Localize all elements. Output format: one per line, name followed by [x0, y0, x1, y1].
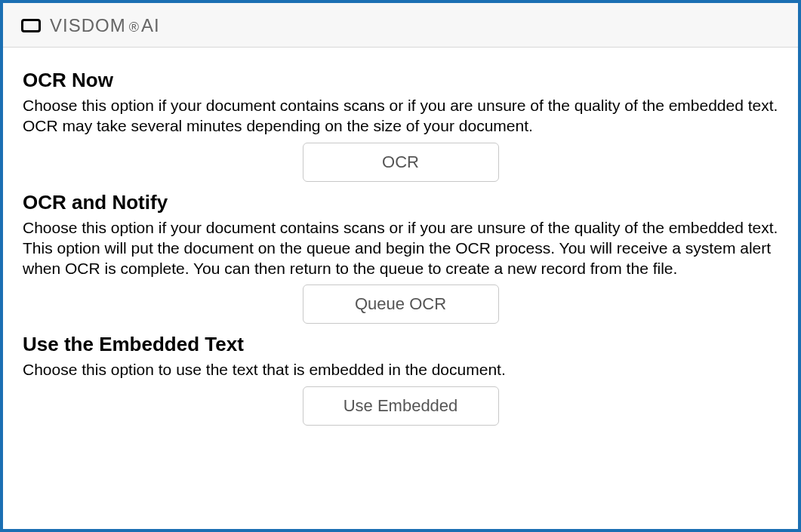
brand-suffix: AI: [141, 15, 160, 36]
use-embedded-button-row: Use Embedded: [23, 386, 778, 426]
dialog-window: VISDOM ® AI OCR Now Choose this option i…: [0, 0, 801, 532]
registered-mark: ®: [129, 20, 140, 35]
ocr-now-button-row: OCR: [23, 143, 778, 182]
use-embedded-title: Use the Embedded Text: [23, 333, 778, 356]
section-ocr-now: OCR Now Choose this option if your docum…: [23, 69, 778, 182]
window-icon: [21, 19, 41, 32]
ocr-notify-desc: Choose this option if your document cont…: [23, 217, 778, 279]
dialog-content: OCR Now Choose this option if your docum…: [3, 48, 798, 529]
queue-ocr-button[interactable]: Queue OCR: [303, 284, 499, 324]
titlebar: VISDOM ® AI: [3, 3, 798, 48]
ocr-now-title: OCR Now: [23, 69, 778, 92]
use-embedded-button[interactable]: Use Embedded: [303, 386, 499, 426]
ocr-notify-button-row: Queue OCR: [23, 284, 778, 324]
section-use-embedded: Use the Embedded Text Choose this option…: [23, 333, 778, 425]
brand-name: VISDOM: [50, 15, 126, 36]
ocr-now-desc: Choose this option if your document cont…: [23, 95, 778, 137]
ocr-notify-title: OCR and Notify: [23, 191, 778, 214]
use-embedded-desc: Choose this option to use the text that …: [23, 359, 778, 380]
ocr-button[interactable]: OCR: [303, 143, 499, 182]
section-ocr-notify: OCR and Notify Choose this option if you…: [23, 191, 778, 324]
dialog-title: VISDOM ® AI: [50, 15, 160, 36]
